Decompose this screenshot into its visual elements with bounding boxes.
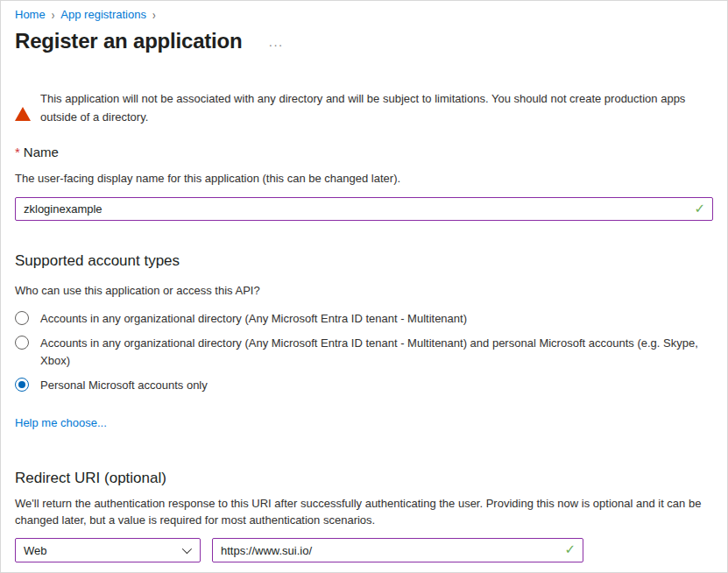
radio-option-org-directory[interactable]: Accounts in any organizational directory… bbox=[15, 310, 713, 328]
page-title: Register an application bbox=[15, 29, 242, 53]
radio-option-org-and-personal[interactable]: Accounts in any organizational directory… bbox=[15, 335, 713, 370]
redirect-uri-description: We'll return the authentication response… bbox=[15, 495, 713, 528]
name-label-text: Name bbox=[24, 145, 59, 159]
breadcrumb-link-app-registrations[interactable]: App registrations bbox=[60, 8, 146, 21]
name-field-description: The user-facing display name for this ap… bbox=[15, 171, 713, 187]
redirect-uri-heading: Redirect URI (optional) bbox=[15, 470, 713, 487]
radio-option-personal-only[interactable]: Personal Microsoft accounts only bbox=[15, 377, 713, 394]
more-options-icon[interactable]: ··· bbox=[268, 33, 283, 49]
help-me-choose-link[interactable]: Help me choose... bbox=[15, 416, 107, 429]
warning-banner: This application will not be associated … bbox=[15, 89, 713, 126]
redirect-uri-input[interactable] bbox=[212, 538, 583, 562]
platform-select[interactable]: Web bbox=[15, 538, 201, 562]
name-input-wrap: ✓ bbox=[15, 197, 713, 221]
required-marker: * bbox=[15, 145, 20, 159]
account-types-radio-group: Accounts in any organizational directory… bbox=[15, 310, 713, 394]
breadcrumb-separator-icon: › bbox=[52, 8, 55, 21]
name-field-label: *Name bbox=[15, 145, 713, 159]
warning-icon bbox=[15, 92, 31, 107]
chevron-down-icon bbox=[182, 544, 192, 554]
breadcrumb: Home › App registrations › bbox=[15, 1, 713, 21]
uri-input-wrap: ✓ bbox=[212, 538, 583, 562]
radio-option-label: Personal Microsoft accounts only bbox=[40, 377, 208, 394]
breadcrumb-separator-icon: › bbox=[152, 8, 156, 21]
radio-option-label: Accounts in any organizational directory… bbox=[40, 335, 711, 370]
account-types-heading: Supported account types bbox=[15, 252, 713, 270]
radio-option-label: Accounts in any organizational directory… bbox=[40, 310, 467, 328]
radio-button-icon[interactable] bbox=[15, 378, 29, 392]
radio-button-icon[interactable] bbox=[15, 336, 29, 350]
warning-text: This application will not be associated … bbox=[40, 89, 713, 126]
radio-button-icon[interactable] bbox=[15, 311, 29, 325]
name-input[interactable] bbox=[15, 197, 713, 221]
register-application-page: Home › App registrations › Register an a… bbox=[1, 1, 727, 562]
redirect-uri-controls: Web ✓ bbox=[15, 538, 713, 562]
breadcrumb-link-home[interactable]: Home bbox=[15, 8, 46, 21]
platform-select-value: Web bbox=[24, 544, 47, 557]
title-row: Register an application ··· bbox=[15, 29, 713, 53]
account-types-question: Who can use this application or access t… bbox=[15, 284, 713, 297]
